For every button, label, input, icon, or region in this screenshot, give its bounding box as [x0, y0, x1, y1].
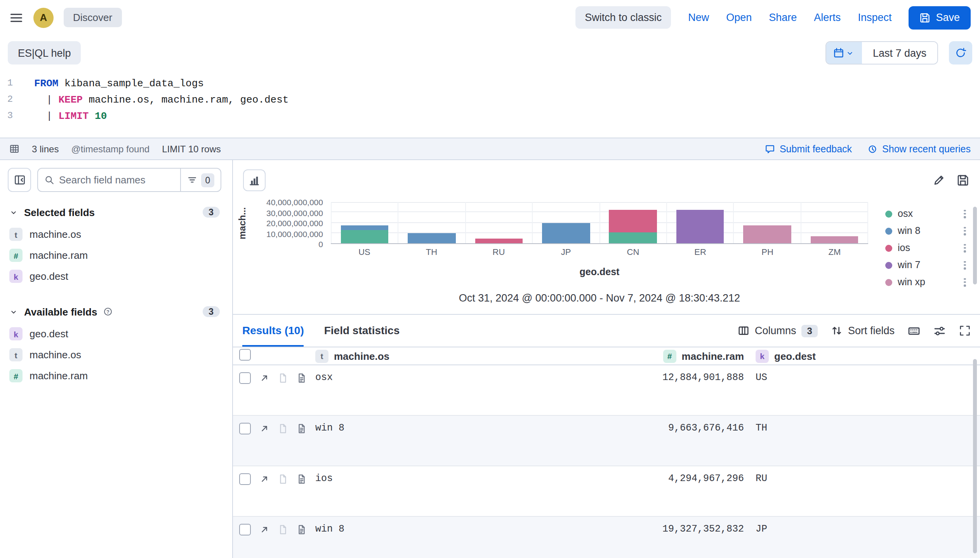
comment-icon	[765, 144, 775, 154]
keyboard-shortcuts-button[interactable]	[908, 324, 920, 337]
editor-footer-links: Submit feedback Show recent queries	[765, 143, 971, 154]
esql-number: 10	[95, 110, 107, 122]
help-icon[interactable]	[103, 307, 113, 316]
nav-inspect-link[interactable]: Inspect	[858, 12, 891, 23]
degraded-doc-icon	[278, 372, 297, 383]
row-checkbox[interactable]	[239, 524, 251, 535]
esql-keyword: FROM	[34, 78, 58, 89]
x-tick: US	[331, 247, 398, 256]
table-row[interactable]: win 8 9,663,676,416 TH	[233, 416, 980, 466]
esql-help-button[interactable]: ES|QL help	[8, 41, 81, 65]
bar-cn[interactable]	[599, 202, 666, 243]
legend-menu-icon[interactable]	[964, 227, 966, 235]
refresh-button[interactable]	[949, 41, 972, 65]
chart-type-button[interactable]	[243, 169, 266, 191]
bar-zm[interactable]	[800, 202, 868, 243]
menu-button[interactable]	[9, 10, 23, 24]
legend-menu-icon[interactable]	[964, 261, 966, 269]
expand-row-button[interactable]	[259, 423, 278, 434]
legend-menu-icon[interactable]	[964, 278, 966, 286]
save-visualization-button[interactable]	[957, 174, 969, 187]
esql-editor[interactable]: 1 FROM kibana_sample_data_logs 2 | KEEP …	[0, 69, 980, 138]
expand-row-button[interactable]	[259, 473, 278, 484]
edit-visualization-button[interactable]	[933, 174, 945, 187]
cell-machine-os: win 8	[315, 524, 595, 535]
field-item-machine-ram[interactable]: # machine.ram	[8, 245, 221, 266]
y-tick: 0	[318, 239, 323, 249]
bar-ru[interactable]	[465, 202, 532, 243]
bar-chart-icon	[248, 174, 260, 186]
bar-segment-osx	[609, 232, 657, 243]
bar-us[interactable]	[331, 202, 398, 243]
submit-feedback-link[interactable]: Submit feedback	[765, 143, 852, 154]
table-row[interactable]: osx 12,884,901,888 US	[233, 365, 980, 416]
bar-jp[interactable]	[532, 202, 599, 243]
expand-row-button[interactable]	[259, 524, 278, 535]
display-options-button[interactable]	[933, 324, 946, 337]
selected-fields-header[interactable]: Selected fields 3	[9, 204, 220, 220]
show-recent-queries-link[interactable]: Show recent queries	[867, 143, 971, 154]
field-item-geo-dest[interactable]: k geo.dest	[8, 266, 221, 287]
table-scrollbar[interactable]	[973, 359, 977, 553]
switch-to-classic-button[interactable]: Switch to classic	[575, 6, 671, 29]
editor-line: 2 | KEEP machine.os, machine.ram, geo.de…	[0, 92, 980, 108]
column-header-machine-ram[interactable]: # machine.ram	[595, 349, 744, 363]
sort-fields-button[interactable]: Sort fields	[831, 325, 895, 337]
legend-item-osx[interactable]: osx	[885, 205, 966, 222]
breadcrumb[interactable]: Discover	[64, 8, 122, 27]
bar-er[interactable]	[666, 202, 733, 243]
legend-menu-icon[interactable]	[964, 244, 966, 252]
tab-results[interactable]: Results (10)	[242, 315, 304, 347]
legend-item-win7[interactable]: win 7	[885, 256, 966, 274]
field-item-machine-os[interactable]: t machine.os	[8, 224, 221, 245]
date-quick-select-button[interactable]	[826, 42, 862, 64]
row-checkbox[interactable]	[239, 372, 251, 384]
row-checkbox[interactable]	[239, 473, 251, 485]
field-item-geo-dest[interactable]: k geo.dest	[8, 323, 221, 344]
field-item-machine-os[interactable]: t machine.os	[8, 344, 221, 365]
field-type-filter-button[interactable]: 0	[180, 169, 221, 191]
select-all-checkbox[interactable]	[239, 349, 251, 361]
tab-field-statistics[interactable]: Field statistics	[324, 315, 400, 347]
table-row[interactable]: ios 4,294,967,296 RU	[233, 466, 980, 517]
collapse-sidebar-button[interactable]	[8, 168, 31, 192]
nav-new-link[interactable]: New	[688, 12, 709, 23]
available-fields-header[interactable]: Available fields 3	[9, 304, 220, 319]
columns-button[interactable]: Columns 3	[738, 324, 818, 337]
fullscreen-button[interactable]	[959, 325, 971, 337]
search-field-names-input[interactable]	[54, 174, 180, 186]
bar-ph[interactable]	[733, 202, 801, 243]
doc-viewer-button[interactable]	[297, 524, 315, 535]
number-type-icon: #	[9, 369, 23, 382]
column-header-geo-dest[interactable]: k geo.dest	[756, 349, 816, 363]
available-fields-list: k geo.dest t machine.os # machine.ram	[8, 323, 221, 386]
legend-item-winxp[interactable]: win xp	[885, 274, 966, 291]
chart-scrollbar[interactable]	[973, 207, 977, 284]
save-button[interactable]: Save	[909, 6, 971, 29]
legend-item-ios[interactable]: ios	[885, 239, 966, 256]
degraded-doc-icon	[278, 524, 297, 535]
doc-viewer-button[interactable]	[297, 372, 315, 383]
nav-open-link[interactable]: Open	[726, 12, 752, 23]
legend-item-win8[interactable]: win 8	[885, 222, 966, 239]
legend-menu-icon[interactable]	[964, 209, 966, 218]
avatar[interactable]: A	[33, 7, 54, 28]
available-fields-count-badge: 3	[202, 306, 220, 317]
doc-viewer-button[interactable]	[297, 473, 315, 484]
bar-th[interactable]	[398, 202, 465, 243]
columns-icon	[738, 325, 749, 337]
row-checkbox[interactable]	[239, 423, 251, 434]
table-row[interactable]: win 8 19,327,352,832 JP	[233, 517, 980, 558]
nav-share-link[interactable]: Share	[769, 12, 797, 23]
field-item-machine-ram[interactable]: # machine.ram	[8, 365, 221, 386]
doc-viewer-button[interactable]	[297, 423, 315, 434]
bar-segment-winxp	[743, 226, 791, 244]
date-range-value[interactable]: Last 7 days	[862, 42, 937, 64]
column-header-machine-os[interactable]: t machine.os	[315, 349, 595, 363]
nav-alerts-link[interactable]: Alerts	[814, 12, 841, 23]
chevron-down-icon	[9, 208, 18, 216]
expand-row-button[interactable]	[259, 372, 278, 383]
topbar-actions: Switch to classic New Open Share Alerts …	[575, 6, 971, 29]
x-tick: JP	[532, 247, 599, 256]
editor-line: 1 FROM kibana_sample_data_logs	[0, 75, 980, 92]
